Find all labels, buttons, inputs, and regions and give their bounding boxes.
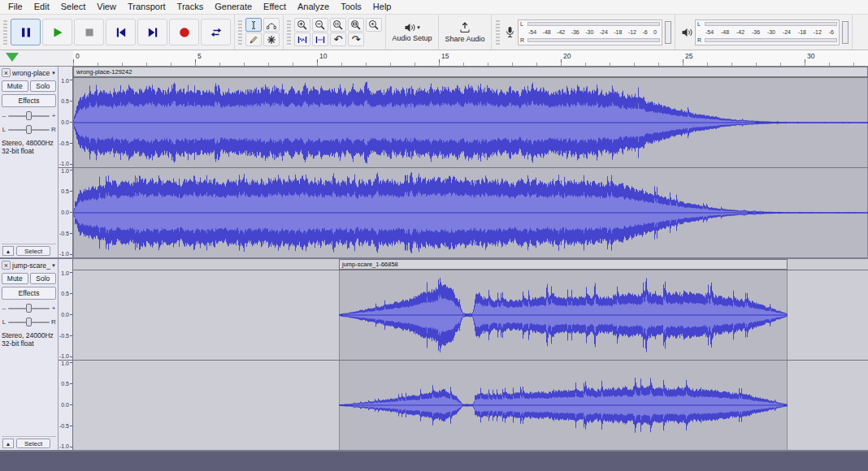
pan-slider[interactable]: L R xyxy=(2,317,56,327)
zoom-out-button[interactable] xyxy=(312,18,328,32)
scale-tick xyxy=(70,122,72,123)
menu-item-effect[interactable]: Effect xyxy=(258,0,292,14)
clip-affordance-row[interactable]: jump-scare_1-66858 xyxy=(73,259,868,270)
channel-right[interactable] xyxy=(73,168,868,257)
collapse-track-button[interactable]: ▲ xyxy=(2,439,14,448)
clip-affordance-row[interactable]: wrong-place-129242 xyxy=(73,67,868,78)
share-audio-button[interactable]: Share Audio xyxy=(441,16,488,49)
timeline-scale[interactable]: 051015202530 xyxy=(73,50,868,67)
clip-title-bar[interactable]: wrong-place-129242 xyxy=(73,67,868,77)
meter-db-label: -36 xyxy=(752,29,760,35)
timeline-number: 5 xyxy=(197,52,202,60)
timeline-tick xyxy=(73,59,74,66)
menu-item-edit[interactable]: Edit xyxy=(28,0,55,14)
playback-speaker-icon xyxy=(681,28,692,37)
playback-meter[interactable]: L -54-48-42-36-30-24-18-12-6 R xyxy=(695,19,840,45)
fit-project-button[interactable] xyxy=(348,18,364,32)
solo-button[interactable]: Solo xyxy=(30,80,57,92)
speaker-icon xyxy=(404,23,415,32)
menu-item-help[interactable]: Help xyxy=(367,0,397,14)
scale-label: -1.0 xyxy=(59,161,69,167)
select-track-button[interactable]: Select xyxy=(16,439,50,448)
channel-left[interactable] xyxy=(73,78,868,167)
scale-label: 1.0 xyxy=(61,361,69,367)
recording-meter-toolbar[interactable]: L -54-48-42-36-30-24-18-12-60 R xyxy=(492,15,675,50)
zoom-in-button[interactable] xyxy=(294,18,310,32)
pan-left-label: L xyxy=(2,126,7,133)
track-name-menu[interactable]: jump-scare_ ▼ xyxy=(12,261,56,270)
menu-item-select[interactable]: Select xyxy=(55,0,92,14)
meter-db-label: 0 xyxy=(653,29,657,35)
undo-button[interactable]: ↶ xyxy=(330,32,346,46)
toolbar-grip[interactable] xyxy=(287,20,291,45)
waveform-canvas-right xyxy=(73,361,868,450)
toolbar-grip[interactable] xyxy=(3,20,7,45)
timeline-ruler[interactable]: 051015202530 xyxy=(0,50,868,67)
silence-audio-button[interactable] xyxy=(312,32,328,46)
scale-tick xyxy=(70,404,72,405)
gain-minus-label: – xyxy=(2,305,7,312)
meter-db-label: -24 xyxy=(783,29,791,35)
menu-item-generate[interactable]: Generate xyxy=(209,0,258,14)
effects-button[interactable]: Effects xyxy=(2,287,56,300)
recording-level-slider[interactable] xyxy=(665,21,671,44)
menu-item-analyze[interactable]: Analyze xyxy=(292,0,335,14)
skip-to-start-button[interactable] xyxy=(106,19,136,45)
menu-item-tracks[interactable]: Tracks xyxy=(171,0,210,14)
solo-button[interactable]: Solo xyxy=(30,273,57,284)
play-pointer-icon[interactable] xyxy=(6,53,19,62)
draw-tool-button[interactable] xyxy=(245,32,262,46)
clip-title-bar[interactable]: jump-scare_1-66858 xyxy=(339,259,788,270)
toolbar-grip[interactable] xyxy=(496,20,500,45)
zoom-toggle-button[interactable] xyxy=(366,18,382,32)
audio-setup-button[interactable]: ▾ Audio Setup xyxy=(388,16,436,49)
zoom-to-selection-button[interactable] xyxy=(330,18,346,32)
pause-button[interactable] xyxy=(11,19,41,45)
select-track-button[interactable]: Select xyxy=(16,246,50,256)
mute-button[interactable]: Mute xyxy=(2,80,28,92)
stop-button[interactable] xyxy=(74,19,104,45)
menu-item-tools[interactable]: Tools xyxy=(335,0,367,14)
gain-slider[interactable]: – + xyxy=(2,303,56,313)
menu-item-file[interactable]: File xyxy=(2,0,28,14)
record-icon xyxy=(178,26,191,39)
vertical-scale-ruler[interactable]: 1.00.50.0-0.5-1.0 1.00.50.0-0.5-1.0 xyxy=(59,67,73,257)
track-name-menu[interactable]: wrong-place ▼ xyxy=(12,69,56,77)
playback-meter-toolbar[interactable]: L -54-48-42-36-30-24-18-12-6 R xyxy=(675,15,853,50)
gain-slider-thumb[interactable] xyxy=(26,111,32,120)
menu-item-transport[interactable]: Transport xyxy=(122,0,171,14)
loop-button[interactable] xyxy=(201,19,231,45)
channel-left[interactable] xyxy=(73,270,868,360)
gain-slider[interactable]: – + xyxy=(2,110,56,121)
scale-label: -0.5 xyxy=(59,140,69,147)
channel-right[interactable] xyxy=(73,361,868,450)
vertical-scale-ruler[interactable]: 1.00.50.0-0.5-1.0 1.00.50.0-0.5-1.0 xyxy=(59,259,73,450)
track-control-panel: × jump-scare_ ▼ Mute Solo Effects – + xyxy=(0,259,59,450)
selection-tool-button[interactable] xyxy=(245,18,262,32)
scale-tick xyxy=(70,335,72,336)
multi-tool-button[interactable] xyxy=(263,32,280,46)
toolbar-grip[interactable] xyxy=(238,20,242,45)
redo-button[interactable]: ↷ xyxy=(348,32,364,46)
track-bitdepth-label: 32-bit float xyxy=(2,147,56,155)
play-button[interactable] xyxy=(42,19,72,45)
track-close-button[interactable]: × xyxy=(2,261,11,270)
trim-audio-button[interactable] xyxy=(294,32,310,46)
menu-item-view[interactable]: View xyxy=(91,0,122,14)
playback-level-slider[interactable] xyxy=(842,21,848,44)
mute-button[interactable]: Mute xyxy=(2,273,28,284)
waveform-area[interactable]: wrong-place-129242 xyxy=(73,67,868,257)
record-button[interactable] xyxy=(169,19,199,45)
gain-slider-thumb[interactable] xyxy=(26,304,32,313)
track-close-button[interactable]: × xyxy=(2,68,11,77)
waveform-area[interactable]: jump-scare_1-66858 xyxy=(73,259,868,450)
skip-to-end-button[interactable] xyxy=(137,19,167,45)
envelope-tool-button[interactable] xyxy=(263,18,280,32)
recording-meter[interactable]: L -54-48-42-36-30-24-18-12-60 R xyxy=(518,19,662,45)
pan-slider-thumb[interactable] xyxy=(26,125,32,134)
pan-slider[interactable]: L R xyxy=(2,124,56,135)
clip-title-label: wrong-place-129242 xyxy=(76,68,132,76)
effects-button[interactable]: Effects xyxy=(2,94,56,107)
collapse-track-button[interactable]: ▲ xyxy=(2,246,14,256)
pan-slider-thumb[interactable] xyxy=(26,318,32,326)
